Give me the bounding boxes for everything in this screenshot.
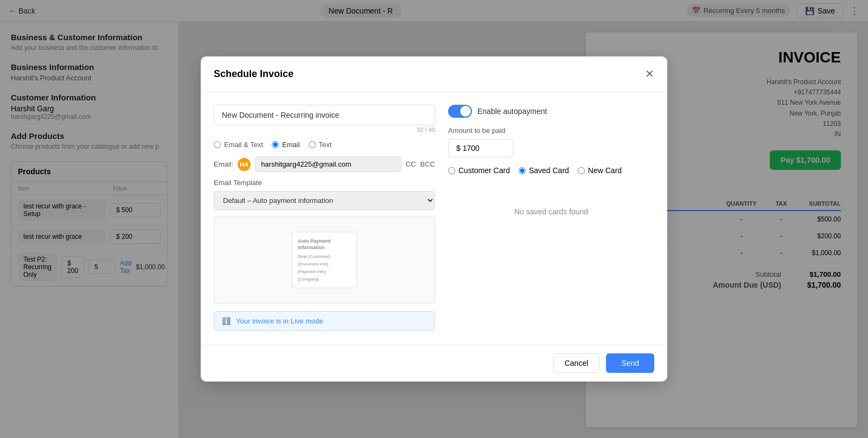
radio-text-label: Text (319, 141, 332, 149)
send-button[interactable]: Send (606, 353, 654, 373)
modal-overlay: Schedule Invoice ✕ 32 / 40 Email & Text … (0, 0, 868, 438)
radio-email-text[interactable]: Email & Text (214, 141, 263, 149)
modal-body: 32 / 40 Email & Text Email Text (201, 92, 667, 344)
cc-bcc: CC BCC (406, 160, 435, 168)
info-icon: ℹ️ (222, 317, 231, 325)
modal-right: Enable autopayment Amount to be paid Cus… (448, 105, 654, 331)
toggle-knob (460, 106, 471, 117)
no-cards-message: No saved cards found (448, 196, 654, 227)
customer-card-label: Customer Card (458, 166, 510, 175)
radio-email-label: Email (282, 141, 300, 149)
radio-text[interactable]: Text (309, 141, 332, 149)
radio-email[interactable]: Email (272, 141, 300, 149)
char-counter: 32 / 40 (214, 126, 435, 133)
new-card-option[interactable]: New Card (578, 166, 622, 175)
template-preview: Auto Payment Information Dear [Customer]… (214, 217, 435, 303)
radio-email-text-label: Email & Text (224, 141, 263, 149)
avatar: HA (238, 158, 251, 171)
modal-close-button[interactable]: ✕ (645, 67, 654, 80)
template-select[interactable]: Default – Auto payment information (214, 191, 435, 210)
new-card-label: New Card (588, 166, 622, 175)
customer-card-radio[interactable] (448, 167, 455, 174)
email-row: Email: HA harshitgarg4225@gmail.com CC B… (214, 156, 435, 172)
modal-left: 32 / 40 Email & Text Email Text (214, 105, 435, 331)
autopay-toggle[interactable] (448, 105, 472, 118)
autopay-row: Enable autopayment (448, 105, 654, 118)
modal-header: Schedule Invoice ✕ (201, 56, 667, 92)
radio-email-input[interactable] (272, 141, 279, 148)
email-label: Email: (214, 160, 233, 168)
live-mode-banner: ℹ️ Your invoice is in Live mode (214, 311, 435, 331)
preview-document: Auto Payment Information Dear [Customer]… (292, 232, 357, 289)
bcc-button[interactable]: BCC (420, 160, 435, 168)
email-select[interactable]: harshitgarg4225@gmail.com (255, 156, 401, 172)
cc-button[interactable]: CC (406, 160, 416, 168)
radio-email-text-input[interactable] (214, 141, 221, 148)
modal-title: Schedule Invoice (214, 68, 293, 80)
radio-text-input[interactable] (309, 141, 316, 148)
doc-name-input[interactable] (214, 105, 435, 125)
amount-input[interactable] (448, 139, 513, 157)
schedule-invoice-modal: Schedule Invoice ✕ 32 / 40 Email & Text … (201, 56, 667, 382)
amount-label: Amount to be paid (448, 126, 654, 135)
cancel-button[interactable]: Cancel (553, 353, 600, 373)
modal-footer: Cancel Send (201, 344, 667, 382)
autopay-label: Enable autopayment (477, 107, 547, 116)
saved-card-label: Saved Card (529, 166, 569, 175)
customer-card-option[interactable]: Customer Card (448, 166, 510, 175)
live-mode-text: Your invoice is in Live mode (236, 317, 323, 325)
card-type-row: Customer Card Saved Card New Card (448, 166, 654, 175)
new-card-radio[interactable] (578, 167, 585, 174)
delivery-method-group: Email & Text Email Text (214, 141, 435, 149)
saved-card-option[interactable]: Saved Card (519, 166, 569, 175)
template-label: Email Template (214, 179, 435, 187)
saved-card-radio[interactable] (519, 167, 526, 174)
